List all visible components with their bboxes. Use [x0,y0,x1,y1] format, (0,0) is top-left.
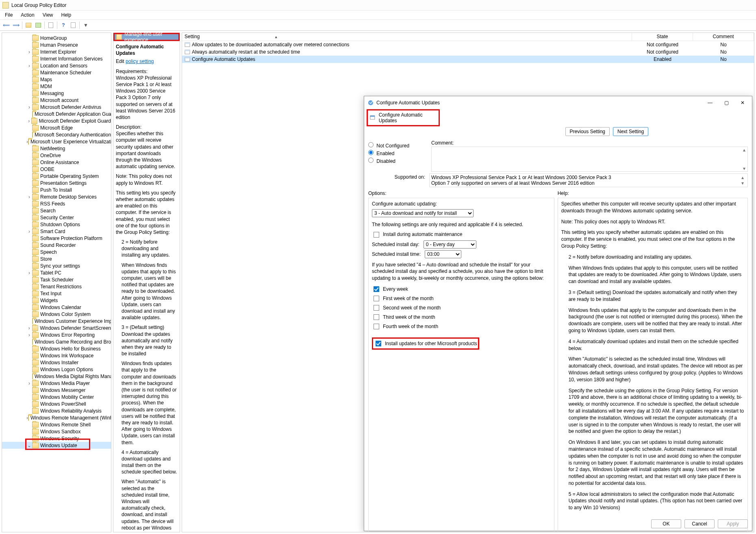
chevron-right-icon[interactable]: › [26,381,32,386]
tree-item[interactable]: Microsoft Secondary Authentication Facto… [2,131,111,138]
tree-item[interactable]: Software Protection Platform [2,235,111,242]
dialog-titlebar[interactable]: Configure Automatic Updates — ▢ ✕ [364,96,752,109]
ok-button[interactable]: OK [651,519,681,528]
tree-item[interactable]: Windows Security [2,435,111,442]
tree-item[interactable]: ›Microsoft Defender Exploit Guard [2,117,111,124]
scroll-up-icon[interactable]: ▴ [743,147,745,153]
tree-item[interactable]: Windows Ink Workspace [2,352,111,359]
tree-item[interactable]: ›Windows Media Player [2,380,111,387]
tree-item[interactable]: ›Remote Desktop Services [2,193,111,200]
apply-button[interactable]: Apply [718,519,748,528]
chevron-right-icon[interactable]: › [26,325,32,331]
back-icon[interactable]: ⟸ [2,21,11,30]
chevron-right-icon[interactable]: › [26,118,31,124]
chevron-right-icon[interactable]: › [26,270,32,276]
help-icon[interactable]: ? [59,21,68,30]
chevron-right-icon[interactable]: › [26,49,32,55]
tree-item[interactable]: Tenant Restrictions [2,283,111,290]
tree-item[interactable]: Microsoft Defender Application Guard [2,110,111,117]
minimize-icon[interactable]: — [702,97,718,108]
tree-item[interactable]: Windows Remote Shell [2,421,111,428]
tree-item[interactable]: Shutdown Options [2,221,111,228]
tree-item[interactable]: Windows Game Recording and Broadcasting [2,338,111,345]
maximize-icon[interactable]: ▢ [719,97,734,108]
tree-item[interactable]: ›Internet Explorer [2,48,111,55]
menu-action[interactable]: Action [17,11,37,19]
edit-policy-link[interactable]: policy setting [126,58,154,64]
configure-updating-select[interactable]: 3 - Auto download and notify for install [372,209,474,217]
tree-item[interactable]: ›Tablet PC [2,269,111,276]
tree-item[interactable]: Portable Operating System [2,173,111,179]
tree-item[interactable]: Windows Installer [2,359,111,366]
tree-item[interactable]: Windows Customer Experience Improvement … [2,318,111,324]
chk-every-week[interactable] [374,286,379,292]
up-folder-icon[interactable] [24,21,33,30]
tree-item[interactable]: RSS Feeds [2,200,111,207]
comment-field[interactable]: ▴▾ [431,147,748,172]
chk-week4[interactable] [374,324,379,329]
forward-icon[interactable]: ⟹ [11,21,20,30]
radio-not-configured[interactable]: Not Configured [368,142,431,149]
tree-item[interactable]: Human Presence [2,41,111,48]
menu-view[interactable]: View [39,11,56,19]
chevron-right-icon[interactable]: › [26,229,32,234]
tree-item[interactable]: Maps [2,76,111,83]
tree-item[interactable]: Windows Calendar [2,304,111,311]
menu-file[interactable]: File [2,11,16,19]
chk-week2[interactable] [374,305,379,311]
previous-setting-button[interactable]: Previous Setting [565,127,610,136]
chk-week3[interactable] [374,314,379,320]
tree-item[interactable]: Online Assistance [2,159,111,166]
refresh-icon[interactable] [46,21,55,30]
policy-row[interactable]: Configure Automatic UpdatesEnabledNo [182,56,754,63]
tree-item[interactable]: Sync your settings [2,262,111,269]
tree-item[interactable]: NetMeeting [2,145,111,152]
policy-row[interactable]: Allow updates to be downloaded automatic… [182,41,754,48]
tree-item[interactable]: ⌄Windows Update [2,442,111,449]
tree-item[interactable]: Store [2,255,111,262]
chk-other-ms-products[interactable] [376,341,381,346]
scroll-down-icon[interactable]: ▾ [743,166,745,171]
scroll-up-icon[interactable]: ▴ [741,175,744,180]
next-setting-button[interactable]: Next Setting [613,127,648,136]
tree-item[interactable]: Windows Hello for Business [2,345,111,352]
tree-item[interactable]: ›Microsoft Defender Antivirus [2,104,111,110]
tree-item[interactable]: Maintenance Scheduler [2,69,111,76]
chk-week1[interactable] [374,296,379,301]
tree-item[interactable]: ›Microsoft User Experience Virtualizatio… [2,138,111,145]
tree-item[interactable]: OneDrive [2,152,111,159]
tree-item[interactable]: MDM [2,83,111,90]
col-state[interactable]: State [632,33,693,41]
tree-item[interactable]: Windows Sandbox [2,428,111,435]
tree-item[interactable]: HomeGroup [2,35,111,41]
tree-item[interactable]: ›Windows Error Reporting [2,331,111,338]
install-time-select[interactable]: 03:00 [425,250,461,258]
tree-item[interactable]: Windows Reliability Analysis [2,407,111,414]
tree-item[interactable]: Windows Media Digital Rights Management [2,373,111,380]
chevron-down-icon[interactable]: ⌄ [26,443,32,448]
cancel-button[interactable]: Cancel [684,519,715,528]
policy-list[interactable]: Allow updates to be downloaded automatic… [182,41,754,63]
tree-item[interactable]: Messaging [2,90,111,97]
tree-item[interactable]: Internet Information Services [2,55,111,62]
filter-icon[interactable]: ▼ [81,21,90,30]
tree-item[interactable]: Security Center [2,214,111,221]
list-header[interactable]: Setting ▲ State Comment [182,33,754,41]
install-day-select[interactable]: 0 - Every day [424,240,476,249]
tree-item[interactable]: ›Windows Defender SmartScreen [2,324,111,331]
chevron-right-icon[interactable]: › [26,194,32,200]
close-icon[interactable]: ✕ [735,97,750,108]
tree-item[interactable]: ›Smart Card [2,228,111,235]
tree-item[interactable]: Microsoft Edge [2,124,111,131]
chevron-right-icon[interactable]: › [26,63,32,69]
tree-pane[interactable]: HomeGroupHuman Presence›Internet Explore… [2,32,111,532]
tree-item[interactable]: Search [2,207,111,214]
tree-item[interactable]: Presentation Settings [2,179,111,186]
tree-item[interactable]: Text Input [2,290,111,297]
tree-item[interactable]: ›Location and Sensors [2,62,111,69]
tree-item[interactable]: Windows Logon Options [2,366,111,373]
radio-disabled[interactable]: Disabled [368,158,431,164]
chevron-right-icon[interactable]: › [26,104,32,110]
tree-item[interactable]: Task Scheduler [2,276,111,283]
properties-icon[interactable] [69,21,78,30]
